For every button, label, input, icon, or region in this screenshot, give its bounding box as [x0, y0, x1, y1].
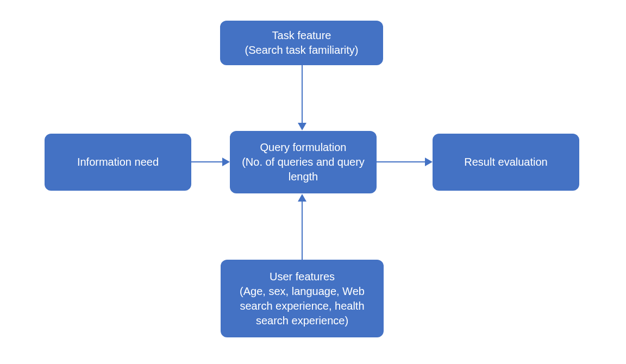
task-feature-title: Task feature: [272, 28, 331, 43]
query-formulation-title: Query formulation: [260, 140, 347, 155]
result-evaluation-title: Result evaluation: [464, 155, 547, 170]
node-information-need: Information need: [45, 134, 191, 191]
user-features-title: User features: [270, 269, 335, 284]
query-formulation-line3: length: [289, 170, 318, 184]
node-task-feature: Task feature (Search task familiarity): [220, 21, 383, 65]
query-formulation-line2: (No. of queries and query: [242, 155, 365, 170]
node-result-evaluation: Result evaluation: [433, 134, 579, 191]
task-feature-subtitle: (Search task familiarity): [245, 43, 359, 58]
user-features-line3: search experience, health: [240, 299, 364, 313]
node-user-features: User features (Age, sex, language, Web s…: [221, 260, 384, 337]
information-need-title: Information need: [77, 155, 159, 170]
node-query-formulation: Query formulation (No. of queries and qu…: [230, 131, 377, 193]
user-features-line4: search experience): [256, 313, 348, 328]
user-features-line2: (Age, sex, language, Web: [240, 284, 365, 299]
